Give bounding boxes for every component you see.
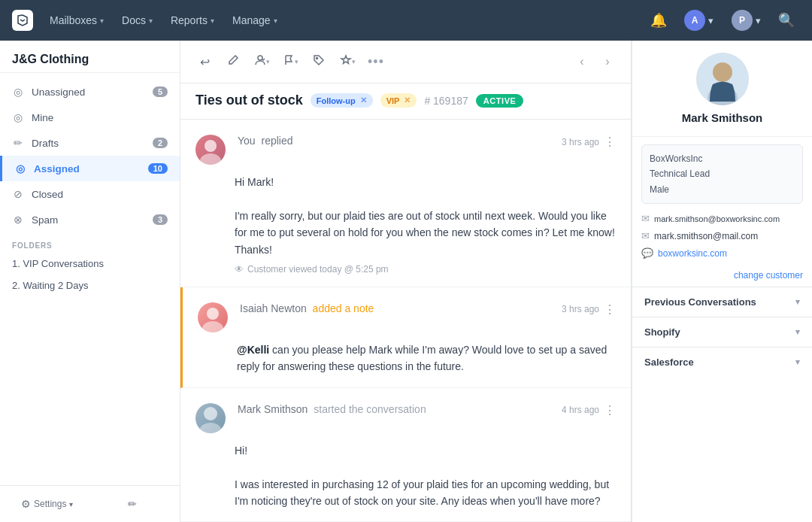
contact-role: Technical Lead [650, 166, 795, 181]
right-panel: Mark Smithson BoxWorksInc Technical Lead… [632, 41, 812, 522]
contact-website[interactable]: boxworksinc.com [658, 248, 727, 259]
contact-info-box: BoxWorksInc Technical Lead Male [641, 144, 803, 204]
message-options-button[interactable]: ⋮ [604, 135, 616, 149]
status-badge: ACTIVE [476, 94, 524, 108]
unassigned-icon: ◎ [12, 86, 24, 98]
email-icon: ✉ [641, 230, 650, 241]
messages-area: You replied 3 hrs ago ⋮ Hi Mark! I'm rea… [180, 120, 631, 522]
tag-follow-up-remove[interactable]: ✕ [360, 96, 367, 105]
change-customer-button[interactable]: change customer [734, 270, 803, 281]
message-options-button[interactable]: ⋮ [604, 403, 616, 417]
sidebar: J&G Clothing ◎ Unassigned 5 ◎ Mine ✏ Dra… [0, 41, 180, 522]
nav-mailboxes[interactable]: Mailboxes ▾ [42, 10, 111, 31]
unassigned-badge: 5 [153, 86, 168, 97]
message-body: Hi Mark! I'm really sorry, but our plaid… [235, 174, 616, 258]
contact-company: BoxWorksInc [650, 151, 795, 166]
notifications-button[interactable]: 🔔 [645, 7, 672, 34]
mention: @Kelli [237, 344, 269, 356]
chevron-down-icon: ▾ [274, 17, 277, 25]
flag-button[interactable]: ▾ [278, 50, 302, 74]
tag-vip-remove[interactable]: ✕ [404, 96, 411, 105]
top-nav: Mailboxes ▾ Docs ▾ Reports ▾ Manage ▾ 🔔 … [0, 0, 812, 41]
tag-button[interactable] [307, 50, 331, 74]
drafts-icon: ✏ [12, 137, 24, 149]
assigned-badge: 10 [148, 163, 168, 174]
sidebar-item-unassigned[interactable]: ◎ Unassigned 5 [0, 79, 180, 105]
spam-badge: 3 [153, 214, 168, 225]
action-button[interactable]: ▾ [335, 50, 359, 74]
message-author: You replied [235, 135, 553, 147]
svg-point-7 [200, 423, 221, 433]
contact-avatar [696, 53, 749, 105]
assign-chevron: ▾ [266, 58, 270, 65]
svg-point-3 [200, 153, 221, 165]
agent-menu-button[interactable]: A ▾ [678, 7, 720, 34]
folder-vip[interactable]: 1. VIP Conversations [0, 253, 180, 275]
contact-gender: Male [650, 182, 795, 197]
message-meta: Isaiah Newton added a note [237, 302, 553, 314]
message-header: You replied 3 hrs ago ⋮ [195, 135, 616, 165]
message-time: 4 hrs ago ⋮ [562, 403, 616, 417]
nav-reports[interactable]: Reports ▾ [163, 10, 222, 31]
sidebar-item-drafts[interactable]: ✏ Drafts 2 [0, 130, 180, 156]
more-button[interactable]: ••• [364, 50, 388, 74]
contact-website-row: 💬 boxworksinc.com [641, 244, 803, 262]
nav-manage[interactable]: Manage ▾ [225, 10, 285, 31]
chevron-down-icon: ▾ [795, 327, 800, 337]
main-layout: J&G Clothing ◎ Unassigned 5 ◎ Mine ✏ Dra… [0, 41, 812, 522]
svg-point-0 [258, 56, 262, 60]
chevron-down-icon: ▾ [795, 357, 800, 367]
avatar [198, 302, 228, 332]
message-body: Hi! I was interested in purchasing 12 of… [235, 442, 616, 510]
search-button[interactable]: 🔍 [773, 7, 800, 34]
compose-button[interactable]: ✏ [92, 492, 174, 516]
contact-email-secondary: mark.smithson@mail.com [654, 231, 758, 241]
back-button[interactable]: ↩ [192, 50, 217, 74]
conversation-title: Ties out of stock [195, 93, 303, 108]
edit-button[interactable] [221, 50, 245, 74]
chevron-down-icon: ▾ [69, 500, 73, 508]
folders-section-label: FOLDERS [0, 232, 180, 253]
message-meta: Mark Smithson started the conversation [235, 403, 553, 415]
contact-email-secondary-row: ✉ mark.smithson@mail.com [641, 227, 803, 244]
accordion-header-previous[interactable]: Previous Conversations ▾ [632, 287, 812, 317]
svg-point-9 [713, 62, 732, 82]
chevron-down-icon: ▾ [756, 15, 761, 26]
contact-email-primary: mark.smithson@boxworksinc.com [654, 214, 780, 223]
settings-button[interactable]: ⚙ Settings ▾ [6, 492, 89, 516]
next-conversation-button[interactable]: › [596, 50, 619, 73]
svg-point-1 [317, 58, 318, 59]
folder-waiting[interactable]: 2. Waiting 2 Days [0, 275, 180, 296]
contact-email-primary-row: ✉ mark.smithson@boxworksinc.com [641, 210, 803, 227]
drafts-badge: 2 [153, 138, 168, 148]
assign-button[interactable]: ▾ [250, 50, 274, 74]
message-meta: You replied [235, 135, 553, 147]
chevron-down-icon: ▾ [211, 17, 214, 25]
sidebar-item-spam[interactable]: ⊗ Spam 3 [0, 207, 180, 232]
sidebar-bottom: ⚙ Settings ▾ ✏ [0, 485, 180, 522]
closed-icon: ⊘ [12, 188, 24, 200]
conversation-toolbar: ↩ ▾ [180, 41, 631, 83]
gear-icon: ⚙ [21, 498, 31, 510]
agent-avatar: A [684, 10, 705, 31]
sidebar-item-assigned[interactable]: ◎ Assigned 10 [0, 156, 180, 181]
eye-icon: 👁 [235, 264, 244, 275]
avatar [195, 135, 226, 165]
accordion-header-salesforce[interactable]: Salesforce ▾ [632, 347, 812, 377]
message-options-button[interactable]: ⋮ [604, 302, 616, 317]
sidebar-item-closed[interactable]: ⊘ Closed [0, 181, 180, 207]
profile-menu-button[interactable]: P ▾ [726, 7, 767, 34]
tag-follow-up-label: Follow-up [317, 96, 356, 105]
sidebar-item-mine[interactable]: ◎ Mine [0, 105, 180, 130]
compose-icon: ✏ [128, 498, 137, 510]
accordion-header-shopify[interactable]: Shopify ▾ [632, 317, 812, 347]
accordion-salesforce: Salesforce ▾ [632, 347, 812, 377]
message-viewed: 👁 Customer viewed today @ 5:25 pm [235, 264, 616, 275]
nav-docs[interactable]: Docs ▾ [114, 10, 160, 31]
chevron-down-icon: ▾ [149, 17, 153, 25]
message-author: Isaiah Newton added a note [237, 302, 553, 314]
chevron-down-icon: ▾ [100, 17, 104, 25]
flag-icon [283, 54, 295, 69]
avatar [195, 403, 226, 433]
prev-conversation-button[interactable]: ‹ [571, 50, 593, 73]
